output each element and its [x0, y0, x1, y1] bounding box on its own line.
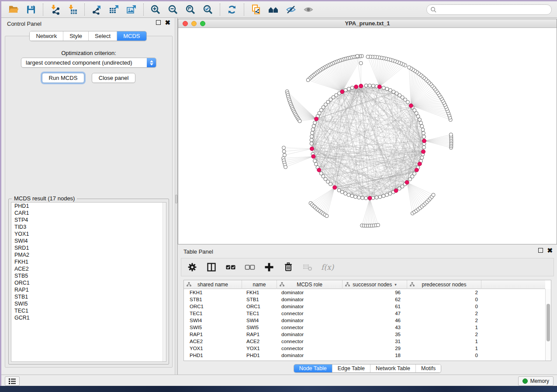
tab-network[interactable]: Network — [30, 31, 63, 41]
table-scrollbar[interactable] — [545, 289, 551, 361]
table-cell-predecessor_nodes: 2 — [407, 331, 481, 338]
mcds-result-item[interactable]: STP4 — [11, 217, 166, 224]
close-panel-button[interactable]: Close panel — [92, 73, 136, 83]
column-header-shared-name[interactable]: shared name — [184, 280, 242, 289]
table-row[interactable]: STB1STB1dominator620 — [184, 296, 545, 303]
table-cell-predecessor_nodes: 0 — [407, 352, 481, 359]
mcds-result-title: MCDS result (17 nodes) — [12, 195, 77, 202]
table-cell-shared_name: STB1 — [184, 296, 242, 303]
mcds-result-item[interactable]: FKH1 — [11, 258, 166, 265]
tab-motifs[interactable]: Motifs — [415, 364, 441, 372]
mcds-result-item[interactable]: STB5 — [11, 272, 166, 279]
mcds-result-item[interactable]: CAR1 — [11, 210, 166, 217]
table-row[interactable]: SWI4SWI4dominator462 — [184, 317, 545, 324]
zoom-in-icon[interactable] — [149, 3, 162, 16]
table-cell-predecessor_nodes: 2 — [407, 289, 481, 296]
network-graph[interactable] — [178, 28, 557, 244]
table-toolbar: f(x) — [181, 258, 554, 276]
zoom-out-icon[interactable] — [166, 3, 180, 16]
mcds-result-item[interactable]: SWI4 — [11, 237, 166, 244]
import-network-icon[interactable] — [48, 3, 62, 16]
run-mcds-button[interactable]: Run MCDS — [42, 73, 85, 83]
mcds-list-scrollbar[interactable] — [163, 203, 166, 361]
float-panel-icon[interactable] — [156, 20, 161, 25]
table-cell-successor_nodes: 31 — [343, 338, 407, 345]
window-minimize-icon[interactable] — [191, 21, 197, 26]
mcds-result-item[interactable]: ORC1 — [11, 279, 166, 286]
mcds-result-group: MCDS result (17 nodes) PHD1CAR1STP4TID3Y… — [8, 199, 169, 364]
network-canvas[interactable] — [178, 28, 557, 244]
task-history-button[interactable] — [5, 376, 20, 386]
column-header-predecessor-nodes[interactable]: predecessor nodes — [407, 280, 481, 289]
mcds-result-item[interactable]: PMA2 — [11, 251, 166, 258]
export-network-icon[interactable] — [90, 3, 103, 16]
column-manager-icon[interactable] — [206, 261, 217, 273]
memory-label: Memory — [530, 378, 549, 384]
global-search — [426, 4, 552, 15]
mcds-result-item[interactable]: SRD1 — [11, 244, 166, 251]
tab-select[interactable]: Select — [88, 31, 117, 41]
table-cell-predecessor_nodes: 0 — [407, 303, 481, 310]
export-table-icon[interactable] — [107, 3, 121, 16]
table-cell-mcds_role: dominator — [277, 296, 343, 303]
delete-column-trash-icon[interactable] — [283, 261, 294, 273]
table-row[interactable]: RAP1RAP1dominator352 — [184, 331, 545, 338]
panel-splitter[interactable] — [175, 18, 178, 375]
memory-button[interactable]: Memory — [518, 376, 554, 386]
tab-mcds[interactable]: MCDS — [117, 31, 146, 41]
table-row[interactable]: PHD1PHD1dominator180 — [184, 352, 545, 359]
window-close-icon[interactable] — [183, 21, 188, 26]
table-row[interactable]: TEC1TEC1connector472 — [184, 310, 545, 317]
criterion-select[interactable]: largest connected component (undirected) — [21, 58, 156, 68]
search-input[interactable] — [436, 7, 551, 13]
table-row[interactable]: FKH1FKH1dominator962 — [184, 289, 545, 296]
float-panel-icon[interactable] — [538, 248, 543, 253]
mcds-result-item[interactable]: SWI5 — [11, 300, 166, 307]
table-row[interactable]: ORC1ORC1dominator610 — [184, 303, 545, 310]
scrollbar-thumb[interactable] — [547, 304, 550, 341]
mcds-result-item[interactable]: STB1 — [11, 293, 166, 300]
clone-network-icon[interactable] — [249, 3, 263, 16]
table-cell-predecessor_nodes: 1 — [407, 324, 481, 331]
delete-table-icon-disabled — [302, 261, 313, 273]
mcds-result-item[interactable]: ACE2 — [11, 265, 166, 272]
column-header-successor-nodes[interactable]: successor nodes▾ — [343, 280, 407, 289]
column-header-name[interactable]: name — [242, 280, 277, 289]
first-neighbors-icon[interactable] — [267, 3, 280, 16]
add-column-icon[interactable] — [263, 261, 275, 273]
zoom-selected-icon[interactable] — [201, 3, 214, 16]
window-zoom-icon[interactable] — [200, 21, 205, 26]
table-row[interactable]: YOX1YOX1connector291 — [184, 345, 545, 352]
mcds-result-item[interactable]: PHD1 — [11, 203, 166, 210]
mcds-result-item[interactable]: TID3 — [11, 224, 166, 230]
mcds-result-item[interactable]: GCR1 — [11, 314, 166, 321]
tab-node-table[interactable]: Node Table — [294, 364, 332, 372]
tab-edge-table[interactable]: Edge Table — [332, 364, 370, 372]
save-session-icon[interactable] — [24, 3, 38, 16]
table-row[interactable]: SWI5SWI5connector431 — [184, 324, 545, 331]
zoom-fit-icon[interactable] — [184, 3, 197, 16]
table-row[interactable]: ACE2ACE2connector311 — [184, 338, 545, 345]
import-table-icon[interactable] — [66, 3, 79, 16]
refresh-view-icon[interactable] — [225, 3, 239, 16]
splitter-grip[interactable] — [175, 195, 177, 203]
close-panel-icon[interactable]: ✖ — [165, 20, 170, 25]
export-image-icon[interactable] — [125, 3, 138, 16]
column-header-MCDS-role[interactable]: MCDS role — [277, 280, 343, 289]
close-panel-icon[interactable]: ✖ — [547, 248, 553, 253]
mcds-result-item[interactable]: YOX1 — [11, 230, 166, 237]
hide-selected-icon[interactable] — [284, 3, 298, 16]
mcds-result-item[interactable]: TEC1 — [11, 307, 166, 314]
select-all-checkboxes-icon[interactable] — [225, 261, 236, 273]
table-options-gear-icon[interactable] — [187, 261, 198, 273]
table-cell-successor_nodes: 46 — [343, 317, 407, 324]
show-all-icon[interactable] — [302, 3, 315, 16]
table-cell-shared_name: YOX1 — [184, 345, 242, 352]
table-cell-mcds_role: dominator — [277, 352, 343, 359]
memory-status-icon — [522, 378, 528, 384]
tab-network-table[interactable]: Network Table — [370, 364, 415, 372]
deselect-all-checkboxes-icon[interactable] — [244, 261, 256, 273]
open-session-icon[interactable] — [7, 3, 20, 16]
tab-style[interactable]: Style — [63, 31, 88, 41]
mcds-result-item[interactable]: RAP1 — [11, 286, 166, 293]
